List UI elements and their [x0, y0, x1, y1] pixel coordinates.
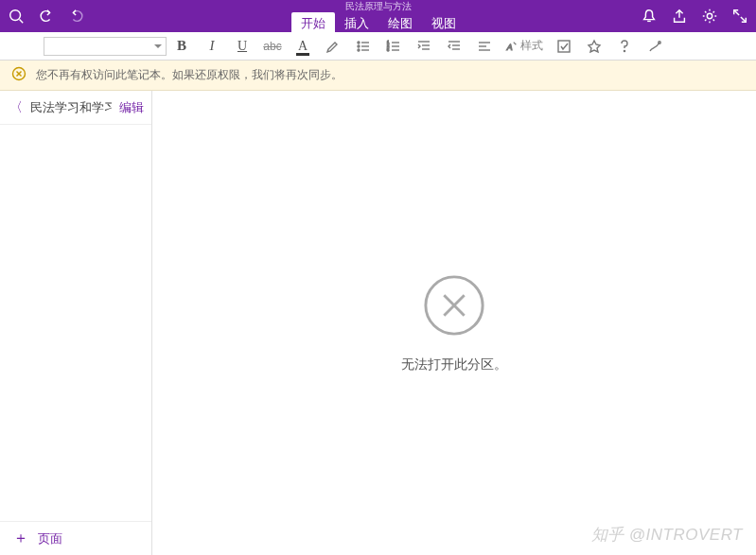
add-page-label: 页面	[38, 530, 62, 547]
undo-icon[interactable]	[38, 8, 55, 25]
redo-icon[interactable]	[68, 8, 85, 25]
notification-icon[interactable]	[641, 8, 658, 25]
svg-line-4	[734, 10, 739, 15]
svg-text:3: 3	[387, 47, 390, 52]
error-circle-icon	[422, 273, 486, 338]
settings-icon[interactable]	[701, 8, 718, 25]
content-area: 无法打开此分区。	[152, 91, 756, 555]
question-tag-button[interactable]	[609, 33, 640, 60]
plus-icon: ＋	[13, 529, 28, 548]
warning-bar: 您不再有权访问此笔记本。如果还原权限，我们将再次同步。	[0, 61, 756, 91]
numbered-list-button[interactable]: 123	[378, 33, 409, 60]
underline-button[interactable]: U	[227, 33, 257, 60]
styles-button[interactable]: A 样式	[500, 33, 549, 60]
document-title: 民法原理与方法	[345, 1, 412, 11]
font-family-select[interactable]	[44, 37, 167, 56]
search-icon[interactable]	[8, 8, 25, 25]
strikethrough-button[interactable]: abc	[257, 33, 288, 60]
svg-point-29	[624, 50, 624, 51]
svg-rect-28	[558, 41, 570, 52]
star-tag-button[interactable]	[579, 33, 609, 60]
todo-tag-button[interactable]	[549, 33, 579, 60]
svg-line-1	[20, 20, 24, 24]
fullscreen-icon[interactable]	[731, 8, 748, 25]
bullet-list-button[interactable]	[348, 33, 378, 60]
sidebar: 〈 民法学习和学习民法 编辑 ＋ 页面	[0, 91, 152, 555]
svg-point-0	[10, 10, 21, 21]
highlight-button[interactable]	[318, 33, 348, 60]
tab-view[interactable]: 视图	[422, 12, 466, 36]
warning-close-icon[interactable]	[11, 66, 26, 84]
tab-insert[interactable]: 插入	[335, 12, 378, 36]
back-icon[interactable]: 〈	[9, 99, 23, 116]
svg-point-8	[358, 45, 360, 47]
ink-button[interactable]	[640, 33, 670, 60]
bold-button[interactable]: B	[167, 33, 197, 60]
font-color-swatch	[296, 53, 309, 56]
svg-line-5	[741, 17, 746, 22]
font-color-button[interactable]: A	[288, 33, 318, 60]
italic-button[interactable]: I	[197, 33, 227, 60]
svg-point-10	[358, 49, 360, 51]
svg-point-6	[358, 42, 360, 43]
indent-increase-button[interactable]	[409, 33, 439, 60]
warning-message: 您不再有权访问此笔记本。如果还原权限，我们将再次同步。	[36, 67, 343, 83]
align-button[interactable]	[469, 33, 500, 60]
section-name[interactable]: 民法学习和学习民法	[30, 99, 112, 116]
svg-text:A: A	[506, 42, 513, 51]
edit-button[interactable]: 编辑	[119, 99, 144, 116]
add-page-button[interactable]: ＋ 页面	[0, 521, 151, 555]
indent-decrease-button[interactable]	[439, 33, 469, 60]
svg-point-3	[707, 13, 712, 18]
share-icon[interactable]	[671, 8, 688, 25]
tab-draw[interactable]: 绘图	[378, 12, 422, 36]
empty-state-message: 无法打开此分区。	[401, 356, 507, 373]
